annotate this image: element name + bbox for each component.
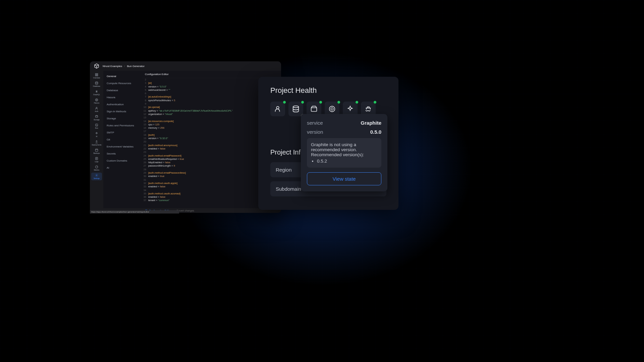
svg-point-13: [276, 107, 279, 109]
nav-label: Settings: [94, 177, 100, 179]
nav-item-storage[interactable]: Storage: [91, 114, 102, 122]
popover-version-label: version: [307, 129, 323, 135]
deploy-icon: [95, 140, 98, 143]
svg-point-12: [96, 175, 97, 176]
svg-rect-2: [95, 75, 96, 76]
graphql-icon: [95, 90, 98, 93]
storage-icon: [95, 115, 98, 118]
nav-item-database[interactable]: Database: [91, 80, 102, 88]
nav-label: Storage: [94, 119, 100, 121]
project-health-title: Project Health: [270, 86, 386, 95]
settings-item-database[interactable]: Database: [103, 87, 142, 94]
run-icon: [95, 123, 98, 127]
nav-label: Metrics: [94, 169, 99, 171]
breadcrumb: Nhost Examples / Bun Generator: [103, 65, 145, 68]
settings-item-roles-and-permissions[interactable]: Roles and Permissions: [103, 122, 142, 129]
nav-item-logs[interactable]: Logs: [91, 156, 102, 164]
settings-item-custom-domains[interactable]: Custom Domains: [103, 157, 142, 164]
sparkle-icon: [346, 105, 354, 113]
health-auth-tile[interactable]: [270, 102, 285, 116]
nav-label: Deployments: [92, 144, 101, 146]
svg-rect-15: [311, 108, 317, 111]
svg-point-4: [95, 82, 98, 83]
nav-label: Run: [95, 127, 98, 129]
settings-item-authentication[interactable]: Authentication: [103, 101, 142, 108]
drive-icon: [310, 105, 318, 113]
status-url-hint: https://app.nhost.io/nhost-examples/bun-…: [90, 210, 179, 214]
nav-label: Overview: [93, 77, 100, 79]
settings-item-compute-resources[interactable]: Compute Resources: [103, 80, 142, 87]
primary-sidebar: OverviewDatabaseGraphQLHasuraAuthStorage…: [90, 71, 103, 213]
svg-rect-1: [97, 73, 98, 74]
nav-item-hasura[interactable]: Hasura: [91, 97, 102, 105]
editor-title: Configuration Editor: [142, 71, 281, 78]
status-ok-dot: [283, 101, 286, 104]
settings-sidebar: GeneralCompute ResourcesDatabaseHasuraAu…: [103, 71, 142, 208]
nav-label: Logs: [95, 161, 99, 163]
settings-item-sign-in-methods[interactable]: Sign-In Methods: [103, 108, 142, 115]
hasura-icon: [95, 98, 98, 102]
status-ok-dot: [355, 101, 359, 104]
nav-item-run[interactable]: Run: [91, 122, 102, 130]
nav-item-deployments[interactable]: Deployments: [91, 139, 102, 147]
settings-item-smtp[interactable]: SMTP: [103, 129, 142, 136]
nav-item-graphql[interactable]: GraphQL: [91, 89, 102, 97]
nav-label: Auth: [95, 110, 98, 112]
popover-service-label: service: [307, 120, 323, 126]
metrics-icon: [95, 165, 98, 169]
user-icon: [95, 107, 98, 110]
svg-rect-3: [97, 75, 98, 76]
ship-icon: [365, 105, 372, 113]
breadcrumb-project[interactable]: Bun Generator: [127, 65, 144, 68]
status-ok-dot: [319, 101, 322, 104]
settings-item-secrets[interactable]: Secrets: [103, 150, 142, 157]
svg-point-16: [329, 106, 335, 112]
svg-point-6: [95, 99, 98, 101]
app-window: Nhost Examples / Bun Generator OverviewD…: [90, 61, 281, 213]
settings-item-environment-variables[interactable]: Environment Variables: [103, 143, 142, 150]
service-health-popover: service Graphite version 0.5.0 Graphite …: [301, 114, 387, 191]
hasura-icon: [328, 105, 336, 113]
nav-label: Hasura: [94, 102, 99, 104]
svg-point-8: [96, 107, 97, 108]
breadcrumb-separator: /: [124, 65, 125, 68]
nav-item-auth[interactable]: Auth: [91, 106, 102, 113]
view-state-button[interactable]: View state: [307, 172, 381, 185]
settings-item-storage[interactable]: Storage: [103, 115, 142, 122]
nhost-logo-icon: [94, 63, 99, 69]
nav-label: GraphQL: [93, 94, 100, 96]
popover-version-value: 0.5.0: [370, 129, 381, 135]
svg-point-7: [96, 99, 97, 100]
nav-item-ai[interactable]: AI: [91, 131, 102, 138]
nav-label: Backups: [93, 152, 100, 154]
sparkle-icon: [95, 132, 98, 135]
nav-label: Database: [93, 85, 100, 87]
nav-item-metrics[interactable]: Metrics: [91, 164, 102, 172]
dashboard-icon: [95, 73, 98, 76]
settings-item-ai[interactable]: AI: [103, 164, 142, 171]
logs-icon: [95, 157, 98, 160]
revert-changes-button[interactable]: Revert changes: [176, 209, 194, 212]
status-ok-dot: [301, 101, 304, 104]
user-icon: [274, 105, 281, 113]
settings-item-hasura[interactable]: Hasura: [103, 94, 142, 101]
database-icon: [95, 81, 98, 85]
settings-item-general[interactable]: General: [103, 73, 142, 80]
settings-item-git[interactable]: Git: [103, 136, 142, 143]
health-database-tile[interactable]: !: [288, 102, 303, 116]
topbar: Nhost Examples / Bun Generator: [90, 61, 281, 71]
breadcrumb-org[interactable]: Nhost Examples: [103, 65, 122, 68]
database-icon: [292, 105, 300, 113]
backup-icon: [95, 148, 98, 152]
popover-service-value: Graphite: [361, 120, 381, 126]
popover-warning-message: Graphite is not using a recommended vers…: [307, 138, 381, 168]
nav-item-backups[interactable]: Backups: [91, 147, 102, 155]
svg-point-17: [331, 108, 333, 110]
status-ok-dot: [337, 101, 340, 104]
nav-item-settings[interactable]: Settings: [91, 173, 102, 180]
nav-label: AI: [96, 135, 98, 137]
nav-item-overview[interactable]: Overview: [91, 72, 102, 80]
svg-rect-0: [95, 73, 96, 74]
svg-point-14: [293, 106, 299, 108]
gear-icon: [95, 174, 98, 177]
